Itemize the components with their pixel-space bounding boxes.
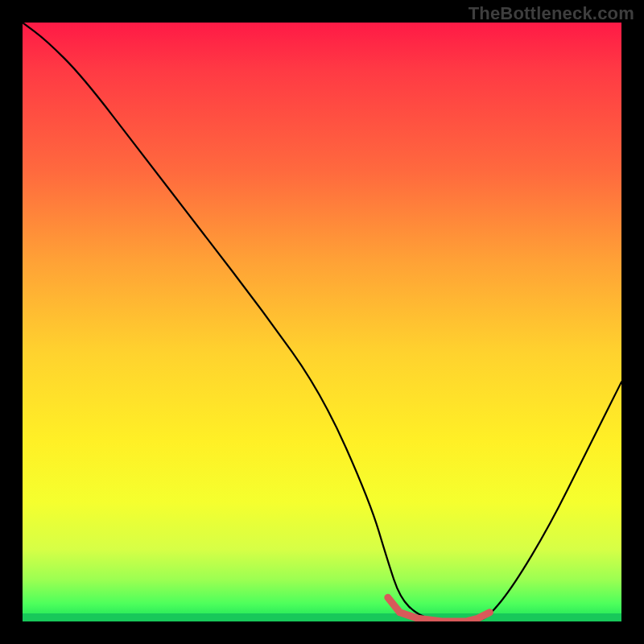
plot-area	[23, 23, 621, 621]
watermark-text: TheBottleneck.com	[469, 3, 634, 24]
bottom-highlight-segment	[388, 597, 489, 621]
chart-frame: TheBottleneck.com	[0, 0, 644, 644]
curve-layer	[23, 23, 621, 621]
bottleneck-curve	[23, 23, 621, 621]
